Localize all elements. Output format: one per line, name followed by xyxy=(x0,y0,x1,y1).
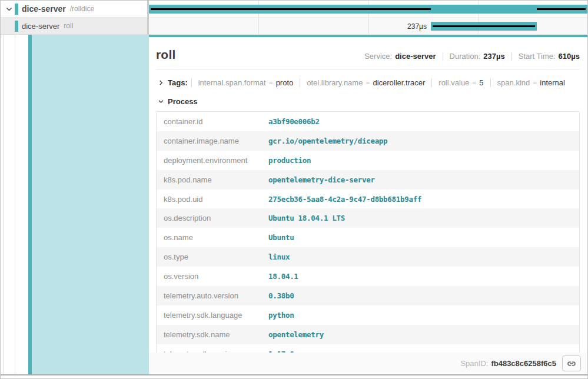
table-row: k8s.pod.uid 275ecb36-5aa8-4c2a-9c47-d8bb… xyxy=(157,190,579,209)
tag-equals: = xyxy=(269,79,273,87)
meta-value: 610µs xyxy=(559,52,580,61)
kv-key: container.image.name xyxy=(164,137,268,145)
table-row: telemetry.auto.version 0.38b0 xyxy=(157,286,579,305)
grid-tick xyxy=(368,18,369,34)
kv-key: deployment.environment xyxy=(164,156,268,165)
header-divider xyxy=(156,69,580,69)
operation-name: roll xyxy=(64,22,73,30)
tag-key: otel.library.name xyxy=(307,78,363,87)
spanid-label: SpanID: xyxy=(460,359,488,368)
kv-key: os.type xyxy=(164,252,268,261)
kv-value: Ubuntu xyxy=(268,233,572,242)
kv-value: 275ecb36-5aa8-4c2a-9c47-d8bb681b9aff xyxy=(268,195,572,204)
table-row: k8s.pod.name opentelemetry-dice-server xyxy=(157,170,579,190)
tag-value: proto xyxy=(276,78,294,87)
critical-path-segment xyxy=(151,8,431,10)
tags-summary-row[interactable]: Tags: internal.span.format = proto otel.… xyxy=(156,75,580,90)
table-row: os.description Ubuntu 18.04.1 LTS xyxy=(157,208,579,228)
meta-value: dice-server xyxy=(395,52,436,61)
copy-link-button[interactable] xyxy=(562,355,581,371)
meta-divider xyxy=(511,52,512,61)
table-row: container.id a3bf90e006b2 xyxy=(157,112,579,131)
span-row-rolldice: dice-server /rolldice xyxy=(1,1,587,18)
meta-service: Service: dice-server xyxy=(364,52,436,61)
service-color-bar xyxy=(15,4,18,15)
service-name: dice-server xyxy=(22,22,59,31)
tag-key: roll.value xyxy=(438,78,469,87)
span-meta: Service: dice-server Duration: 237µs Sta… xyxy=(364,52,580,61)
timeline-cell-roll[interactable]: 237µs xyxy=(149,18,587,35)
meta-label: Start Time: xyxy=(519,52,556,61)
span-detail-header: roll Service: dice-server Duration: 237µ… xyxy=(156,48,580,62)
kv-key: telemetry.auto.version xyxy=(164,291,268,300)
kv-key: os.description xyxy=(164,214,268,222)
tag-item: internal.span.format = proto xyxy=(191,78,300,87)
chevron-right-icon[interactable] xyxy=(156,78,165,87)
kv-key: container.id xyxy=(164,117,268,126)
tag-item: otel.library.name = diceroller.tracer xyxy=(300,78,431,87)
span-title: roll xyxy=(156,48,175,62)
meta-duration: Duration: 237µs xyxy=(450,52,505,61)
kv-value: a3bf90e006b2 xyxy=(268,117,572,126)
span-detail-panel: roll Service: dice-server Duration: 237µ… xyxy=(149,35,587,374)
table-row: os.type linux xyxy=(157,247,579,267)
tag-key: internal.span.format xyxy=(198,78,266,87)
service-name: dice-server xyxy=(22,4,66,14)
service-color-bar xyxy=(15,21,18,32)
critical-path-segment xyxy=(433,25,535,27)
process-section-header[interactable]: Process xyxy=(156,94,580,108)
kv-value: production xyxy=(268,156,572,165)
table-row: os.name Ubuntu xyxy=(157,228,579,247)
kv-key: k8s.pod.name xyxy=(164,175,268,184)
meta-value: 237µs xyxy=(483,52,504,61)
span-detail-footer: SpanID: fb483c8c6258f6c5 xyxy=(149,353,587,374)
kv-key: telemetry.sdk.language xyxy=(164,311,268,320)
tag-equals: = xyxy=(366,79,370,87)
link-icon xyxy=(567,359,576,368)
tags-section-label: Tags: xyxy=(168,78,188,87)
indent-guide xyxy=(3,35,4,374)
tag-equals: = xyxy=(533,79,537,87)
kv-key: k8s.pod.uid xyxy=(164,195,268,204)
operation-name: /rolldice xyxy=(70,5,94,13)
table-row: telemetry.sdk.language python xyxy=(157,305,579,325)
kv-value: python xyxy=(268,311,572,320)
span-row-roll: dice-server roll 237µs xyxy=(1,18,587,35)
table-row: telemetry.sdk.name opentelemetry xyxy=(157,325,579,344)
kv-key: telemetry.sdk.name xyxy=(164,330,268,339)
indent-guide xyxy=(15,35,15,374)
kv-value: opentelemetry-dice-server xyxy=(268,175,572,184)
meta-label: Service: xyxy=(364,52,392,61)
tag-item: span.kind = internal xyxy=(490,78,572,87)
process-section-label: Process xyxy=(168,97,198,106)
tag-value: internal xyxy=(540,78,565,87)
tag-key: span.kind xyxy=(497,78,530,87)
tag-value: diceroller.tracer xyxy=(373,78,425,87)
span-duration-label: 237µs xyxy=(407,22,427,31)
kv-key: os.version xyxy=(164,272,268,281)
critical-path-segment xyxy=(537,8,586,10)
span-name-cell-roll[interactable]: dice-server roll xyxy=(1,18,149,35)
tag-value: 5 xyxy=(479,78,483,87)
span-name-cell-rolldice[interactable]: dice-server /rolldice xyxy=(1,1,149,18)
tag-item: roll.value = 5 xyxy=(431,78,490,87)
kv-value: gcr.io/opentelemetry/diceapp xyxy=(268,137,572,145)
table-row: os.version 18.04.1 xyxy=(157,267,579,286)
selected-span-fill xyxy=(32,35,149,374)
meta-start-time: Start Time: 610µs xyxy=(519,52,580,61)
kv-value: Ubuntu 18.04.1 LTS xyxy=(268,214,572,222)
process-kv-table: container.id a3bf90e006b2 container.imag… xyxy=(156,111,580,364)
kv-value: linux xyxy=(268,252,572,261)
timeline-cell-rolldice[interactable] xyxy=(149,1,587,18)
table-row: deployment.environment production xyxy=(157,151,579,170)
kv-key: os.name xyxy=(164,233,268,242)
chevron-down-icon[interactable] xyxy=(156,97,165,106)
collapse-chevron-icon[interactable] xyxy=(3,3,15,15)
trace-detail-view: dice-server /rolldice dice-server roll 2… xyxy=(0,0,588,379)
row-bottom-divider xyxy=(1,374,587,375)
spanid-value: fb483c8c6258f6c5 xyxy=(491,359,556,368)
detail-row-gutter xyxy=(1,35,149,374)
table-row: container.image.name gcr.io/opentelemetr… xyxy=(157,131,579,151)
tag-equals: = xyxy=(472,79,476,87)
meta-divider xyxy=(443,52,443,61)
